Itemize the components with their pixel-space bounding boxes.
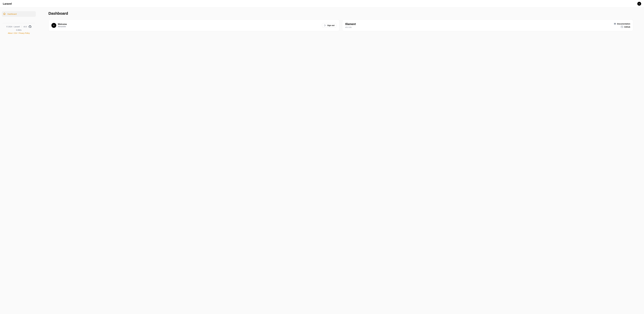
filament-logo: filament bbox=[345, 23, 356, 26]
footer-link-privacy[interactable]: Privacy Policy bbox=[18, 32, 30, 34]
welcome-card: A Welcome Alexandre Sign out bbox=[48, 20, 340, 31]
github-label: GitHub bbox=[624, 26, 630, 28]
sidebar: Dashboard © 2024 - Laravel v0.0 0.082s A… bbox=[0, 8, 38, 314]
footer-timing: 0.082s bbox=[16, 29, 22, 31]
sidebar-footer: © 2024 - Laravel v0.0 0.082s About CGV P… bbox=[2, 23, 35, 34]
sidebar-item-label: Dashboard bbox=[8, 13, 16, 15]
brand-name[interactable]: Laravel bbox=[3, 2, 12, 5]
github-icon bbox=[621, 26, 623, 28]
footer-link-cgv[interactable]: CGV bbox=[14, 32, 18, 34]
user-avatar[interactable]: A bbox=[637, 2, 641, 6]
documentation-link[interactable]: Documentation bbox=[614, 23, 630, 25]
footer-divider bbox=[22, 26, 22, 28]
avatar-initial: A bbox=[639, 3, 640, 5]
footer-link-about[interactable]: About bbox=[8, 32, 12, 34]
sign-out-label: Sign out bbox=[327, 24, 334, 27]
documentation-label: Documentation bbox=[617, 23, 630, 25]
footer-github-link[interactable] bbox=[29, 25, 31, 28]
main-content: Dashboard A Welcome Alexandre bbox=[38, 8, 644, 314]
filament-card: filament v3.2.131 Documentation G bbox=[342, 20, 633, 31]
sign-out-button[interactable]: Sign out bbox=[322, 23, 336, 28]
sign-out-icon bbox=[324, 24, 326, 27]
footer-copyright: © 2024 - Laravel bbox=[6, 26, 20, 28]
footer-version: v0.0 bbox=[24, 26, 27, 28]
topbar: Laravel A bbox=[0, 0, 644, 8]
filament-version: v3.2.131 bbox=[345, 26, 356, 28]
welcome-title: Welcome bbox=[58, 23, 67, 25]
book-icon bbox=[614, 23, 616, 25]
welcome-subtitle: Alexandre bbox=[58, 26, 67, 28]
github-link[interactable]: GitHub bbox=[621, 26, 630, 28]
home-icon bbox=[3, 13, 6, 16]
welcome-avatar: A bbox=[52, 23, 56, 28]
page-title: Dashboard bbox=[48, 11, 633, 16]
welcome-avatar-initial: A bbox=[53, 24, 54, 27]
github-icon bbox=[29, 25, 31, 28]
sidebar-item-dashboard[interactable]: Dashboard bbox=[2, 11, 36, 17]
